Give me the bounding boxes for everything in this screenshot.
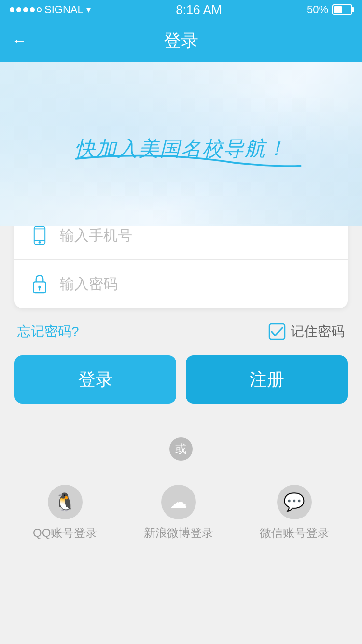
weibo-label: 新浪微博登录 <box>144 525 213 541</box>
register-button[interactable]: 注册 <box>186 355 348 404</box>
battery-icon <box>332 4 352 15</box>
signal-dot-2 <box>16 7 21 12</box>
lock-icon <box>29 273 50 294</box>
nav-bar: ← 登录 <box>0 19 362 62</box>
or-line-left <box>14 449 160 449</box>
phone-svg <box>31 226 48 245</box>
status-time: 8:16 AM <box>176 2 222 17</box>
checkbox-svg <box>268 323 286 340</box>
social-login: 🐧 QQ账号登录 ☁ 新浪微博登录 💬 微信账号登录 <box>0 470 362 565</box>
status-right: 50% <box>307 3 352 16</box>
phone-input[interactable] <box>60 227 333 244</box>
password-input-row <box>14 260 348 308</box>
options-row: 忘记密码? 记住密码 <box>14 308 348 355</box>
or-label: 或 <box>169 437 193 461</box>
hero-underline <box>70 154 306 172</box>
battery-fill <box>334 6 342 13</box>
status-bar: SIGNAL ▾ 8:16 AM 50% <box>0 0 362 19</box>
qq-icon: 🐧 <box>48 485 83 519</box>
phone-icon <box>29 225 50 246</box>
signal-dot-5 <box>37 7 42 12</box>
weibo-icon: ☁ <box>161 485 196 519</box>
or-line-right <box>202 449 348 449</box>
or-divider: 或 <box>0 428 362 470</box>
wechat-label: 微信账号登录 <box>260 525 329 541</box>
page-title: 登录 <box>164 29 198 53</box>
hero-area: 快加入美国名校导航！ <box>0 62 362 226</box>
svg-point-1 <box>39 241 41 244</box>
remember-me-label: 记住密码 <box>291 322 345 341</box>
login-card <box>14 211 348 308</box>
qq-login[interactable]: 🐧 QQ账号登录 <box>33 485 97 541</box>
login-button[interactable]: 登录 <box>14 355 176 404</box>
qq-label: QQ账号登录 <box>33 525 97 541</box>
main-content: 忘记密码? 记住密码 登录 注册 <box>0 211 362 428</box>
hero-text-container: 快加入美国名校导航！ <box>75 135 287 172</box>
password-input[interactable] <box>60 276 333 292</box>
hero-tagline: 快加入美国名校导航！ <box>75 135 287 172</box>
wechat-login[interactable]: 💬 微信账号登录 <box>260 485 329 541</box>
buttons-row: 登录 注册 <box>14 355 348 428</box>
signal-dot-1 <box>10 7 14 12</box>
forgot-password-link[interactable]: 忘记密码? <box>17 322 79 341</box>
wechat-icon: 💬 <box>277 485 312 519</box>
back-button[interactable]: ← <box>12 32 27 50</box>
lock-svg <box>31 274 48 294</box>
signal-dot-4 <box>30 7 35 12</box>
signal-dots <box>10 7 42 12</box>
remember-me-toggle[interactable]: 记住密码 <box>268 322 345 341</box>
weibo-login[interactable]: ☁ 新浪微博登录 <box>144 485 213 541</box>
signal-label: SIGNAL <box>44 3 84 16</box>
wifi-icon: ▾ <box>86 4 91 15</box>
checkbox-icon <box>268 323 286 340</box>
battery-percent: 50% <box>307 3 328 16</box>
signal-dot-3 <box>23 7 28 12</box>
status-left: SIGNAL ▾ <box>10 3 91 16</box>
